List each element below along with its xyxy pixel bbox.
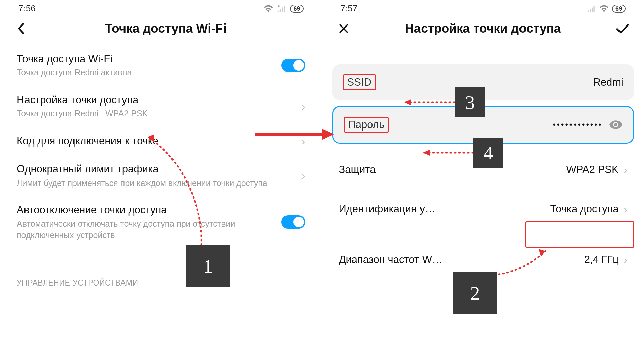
row-title: Защита (339, 163, 566, 176)
wifi-icon (599, 5, 609, 12)
confirm-icon[interactable] (616, 23, 629, 34)
ssid-label: SSID (343, 74, 376, 90)
status-bar: 7:56 H+ 69 (10, 0, 312, 15)
ssid-value: Redmi (376, 76, 623, 88)
row-value: WPA2 PSK (566, 164, 618, 176)
chevron-right-icon: › (624, 164, 627, 175)
battery-icon: 69 (290, 5, 303, 13)
row-ident[interactable]: Идентификация у… Точка доступа › (332, 184, 634, 234)
password-label: Пароль (344, 117, 389, 133)
row-title: Идентификация у… (339, 202, 550, 216)
auto-off-toggle[interactable] (281, 215, 305, 229)
signal-icon (587, 5, 596, 12)
row-subtitle: Точка доступа Redmi | WPA2 PSK (17, 108, 301, 119)
page-header: Настройка точки доступа (332, 15, 634, 45)
close-icon[interactable] (338, 23, 349, 34)
eye-icon[interactable] (609, 120, 622, 130)
annotation-1: 1 (186, 245, 230, 287)
clock: 7:57 (341, 3, 358, 14)
row-value: Точка доступа (550, 203, 618, 215)
page-header: Точка доступа Wi-Fi (10, 15, 312, 45)
back-icon[interactable] (17, 22, 26, 35)
annotation-arrow-4 (414, 148, 477, 158)
annotation-arrow-1 (134, 131, 218, 252)
battery-icon: 69 (612, 5, 626, 13)
row-hotspot[interactable]: Точка доступа Wi-Fi Точка доступа Redmi … (10, 45, 312, 86)
annotation-arrow-main (252, 124, 336, 144)
annotation-3: 3 (455, 87, 485, 117)
row-setup[interactable]: Настройка точки доступа Точка доступа Re… (10, 86, 312, 127)
row-title: Точка доступа Wi-Fi (17, 52, 281, 66)
signal-icon: H+ (277, 5, 287, 12)
annotation-4: 4 (473, 138, 503, 168)
wifi-icon (264, 5, 273, 12)
password-value: •••••••••••• (389, 120, 603, 130)
page-title: Настройка точки доступа (361, 21, 605, 36)
svg-text:H+: H+ (277, 5, 281, 8)
status-bar: 7:57 69 (332, 0, 634, 15)
clock: 7:56 (18, 3, 36, 14)
row-subtitle: Точка доступа Redmi активна (17, 67, 281, 79)
section-label: УПРАВЛЕНИЕ УСТРОЙСТВАМИ (10, 268, 312, 291)
svg-marker-1 (148, 134, 154, 142)
annotation-2: 2 (453, 272, 497, 314)
row-value: 2,4 ГГц (584, 254, 619, 266)
status-icons: 69 (587, 5, 626, 13)
chevron-right-icon: › (301, 101, 305, 112)
svg-marker-4 (539, 249, 545, 257)
row-title: Настройка точки доступа (17, 93, 301, 107)
hotspot-toggle[interactable] (281, 59, 305, 72)
chevron-right-icon: › (624, 203, 627, 215)
chevron-right-icon: › (301, 170, 305, 181)
svg-marker-8 (423, 150, 430, 156)
svg-marker-3 (322, 129, 334, 140)
page-title: Точка доступа Wi-Fi (39, 21, 309, 36)
chevron-right-icon: › (624, 254, 627, 265)
annotation-arrow-3 (396, 97, 458, 107)
status-icons: H+ 69 (264, 5, 303, 13)
svg-marker-6 (404, 99, 411, 105)
